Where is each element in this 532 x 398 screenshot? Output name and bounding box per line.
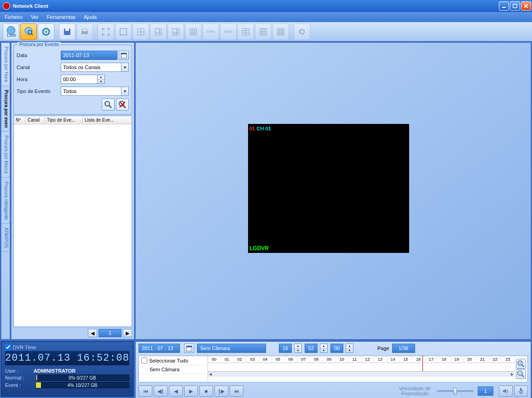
col-tipo[interactable]: Tipo de Eve... [45,116,83,124]
maximize-button[interactable] [510,1,520,11]
normal-bar: 0% 0/227 GB [35,375,129,381]
calendar-icon[interactable] [119,51,129,60]
play-button[interactable]: ▶ [184,386,198,397]
svg-line-51 [109,105,111,108]
tab-hora[interactable]: Procura por Hora [1,43,10,86]
svg-rect-0 [502,7,506,8]
event-bar: 4% 10/227 GB [35,382,129,388]
refresh-button[interactable] [294,23,310,40]
time-spinner[interactable]: ▲▼ [97,75,105,84]
time-input[interactable]: 00:00 [61,75,98,84]
live-button[interactable]: Live [3,23,19,40]
svg-line-8 [31,34,33,35]
svg-line-63 [522,375,524,377]
channel-combo[interactable]: Todos os Canais [61,63,121,72]
camera-row[interactable]: Sem Câmara [139,365,208,374]
svg-rect-14 [82,29,87,31]
speed-value: 1 [478,386,493,396]
menu-ver[interactable]: Ver [31,14,39,20]
dvrtime-checkbox[interactable] [5,344,11,350]
layout-36-button[interactable]: 36div [220,23,237,40]
titlebar: Network Client [0,0,532,12]
page-label: Page [377,345,389,351]
speed-slider[interactable] [437,390,474,392]
layout-6-button[interactable] [150,23,167,40]
layout-8-button[interactable] [168,23,184,40]
col-canal[interactable]: Canal [26,116,45,124]
type-combo[interactable]: Todos [61,87,121,96]
search-panel: Procura por Evento Data 2011-07-13 Canal… [11,42,134,339]
menu-ferramentas[interactable]: Ferramentas [47,14,75,20]
layout-25-button[interactable]: 25div [202,23,219,40]
zoom-out-button[interactable] [516,369,526,379]
rewind-fast-button[interactable]: ⏮ [139,386,152,397]
play-back-button[interactable]: ◀ [169,386,183,397]
video-area: 01 CH 01 LGDVR [135,42,531,339]
prev-page-button[interactable]: ◀ [88,329,97,337]
next-page-button[interactable]: ▶ [123,329,132,337]
stop-button[interactable]: ■ [199,386,213,397]
event-label: Event : [5,382,34,388]
channel-label: Canal [17,64,61,70]
forward-fast-button[interactable]: ⏭ [230,386,243,397]
step-back-button[interactable]: ◀∥ [154,386,168,397]
hours-scale[interactable]: 0001020304050607080910111213141516171819… [208,356,515,382]
audio-button[interactable] [499,386,513,397]
mic-button[interactable] [514,386,528,397]
app-icon [3,2,10,10]
menu-ajuda[interactable]: Ajuda [84,14,97,20]
col-lista[interactable]: Lista de Eve... [83,116,132,124]
fullscreen-button[interactable] [98,23,114,40]
tab-evento[interactable]: Procura por even [1,86,10,132]
results-grid[interactable]: Nº Canal Tipo de Eve... Lista de Eve... [13,116,132,327]
zoom-in-button[interactable] [516,359,526,369]
timeline-hh[interactable]: 16 [279,344,292,353]
clear-search-button[interactable] [116,99,129,111]
svg-text:Live: Live [7,32,16,38]
panel-legend: Procura por Evento [17,42,61,47]
date-input[interactable]: 2011-07-13 [61,51,117,60]
timeline-panel: 2011 - 07 - 13 Sem Câmara 16▲▼ 52▲▼ 00▲▼… [135,341,531,398]
layout-1-button[interactable] [115,23,132,40]
layout-b-button[interactable] [255,23,272,40]
print-button[interactable] [76,23,93,40]
select-all-row[interactable]: Seleccionar Tudo [139,356,208,365]
layout-9-button[interactable] [185,23,202,40]
save-button[interactable] [59,23,75,40]
user-label: User : [5,368,34,374]
svg-rect-65 [520,388,522,392]
tab-marca[interactable]: Procura por Marca [1,132,10,178]
search-button[interactable] [20,23,37,40]
tab-inteligente[interactable]: Procura inteligente [1,178,10,224]
ss-spin[interactable]: ▲▼ [346,344,353,353]
layout-c-button[interactable] [272,23,289,40]
timeline-ss[interactable]: 00 [330,344,343,353]
timeline-scrollbar[interactable]: ◀▶ [208,371,515,377]
mm-spin[interactable]: ▲▼ [320,344,328,353]
chevron-down-icon[interactable]: ▼ [121,63,129,72]
svg-rect-23 [173,29,179,35]
channel-number: 01 [249,126,255,131]
layout-4-button[interactable] [133,23,149,40]
close-button[interactable] [521,1,531,11]
step-fwd-button[interactable]: ∥▶ [214,386,228,397]
timeline-camera[interactable]: Sem Câmara [197,344,266,353]
search-icon-button[interactable] [102,99,115,111]
video-thumbnail[interactable]: 01 CH 01 LGDVR [248,124,409,253]
layout-a-button[interactable] [237,23,254,40]
timeline-date[interactable]: 2011 - 07 - 13 [139,344,180,353]
menu-ficheiro[interactable]: Ficheiro [5,14,23,20]
camera-list: Seleccionar Tudo Sem Câmara [139,356,208,382]
tab-atmpos[interactable]: ATM/POS [1,224,10,252]
svg-line-59 [522,365,524,367]
timeline-mm[interactable]: 52 [305,344,318,353]
chevron-down-icon[interactable]: ▼ [121,87,129,96]
calendar-icon[interactable] [184,344,194,353]
settings-button[interactable] [38,23,54,40]
timeline-page: 1/36 [392,344,415,353]
col-no[interactable]: Nº [14,116,26,124]
page-number: 1 [98,329,121,337]
hh-spin[interactable]: ▲▼ [294,344,302,353]
minimize-button[interactable] [499,1,509,11]
playhead[interactable] [422,355,423,371]
